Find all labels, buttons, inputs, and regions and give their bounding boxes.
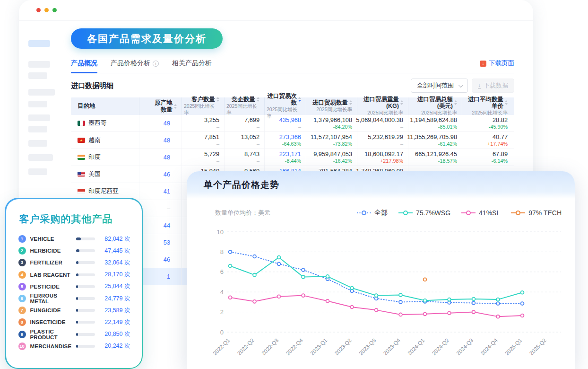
data-point[interactable]	[253, 255, 256, 258]
sort-carets-icon[interactable]	[216, 97, 219, 102]
sort-carets-icon[interactable]	[454, 100, 457, 105]
sort-carets-icon[interactable]	[174, 104, 177, 109]
data-point[interactable]	[229, 264, 232, 268]
close-window-icon[interactable]	[36, 8, 41, 12]
time-range-select[interactable]: 全部时间范围	[411, 79, 468, 93]
data-point[interactable]	[253, 300, 256, 303]
cell-value: 1,379,966,108	[313, 116, 352, 124]
legend-label: 41%SL	[479, 209, 500, 217]
origin-count-value[interactable]: 44	[164, 222, 170, 229]
data-point[interactable]	[302, 268, 305, 272]
sort-carets-icon[interactable]	[257, 97, 259, 102]
data-point[interactable]	[229, 250, 232, 254]
data-cell: 8,743–	[225, 149, 265, 166]
data-point[interactable]	[424, 278, 427, 281]
data-point[interactable]	[326, 299, 329, 303]
data-cell: 1,379,966,108-84.20%	[306, 115, 357, 132]
data-point[interactable]	[375, 294, 378, 297]
product-list-item[interactable]: 7FUNGICIDE23,589 次	[18, 305, 130, 316]
column-label: 进口贸易总额(美元)	[410, 96, 453, 110]
data-point[interactable]	[472, 310, 476, 314]
column-header-6[interactable]: 进口贸易数量2025同比增长率	[306, 97, 357, 115]
product-list-item[interactable]: 5PESTICIDE25,044 次	[18, 281, 130, 292]
data-point[interactable]	[521, 291, 524, 294]
column-header-9[interactable]: 进口平均数量单价2025同比增长率	[462, 97, 512, 115]
info-icon[interactable]: i	[153, 61, 159, 67]
data-point[interactable]	[399, 300, 402, 304]
data-point[interactable]	[350, 286, 354, 290]
column-header-2[interactable]: 原产地 数量	[139, 97, 182, 115]
data-point[interactable]	[302, 275, 305, 279]
trade-count-link[interactable]: 435,968	[279, 116, 301, 124]
origin-count-value[interactable]: 46	[164, 171, 170, 178]
data-point[interactable]	[424, 312, 427, 316]
sort-carets-icon[interactable]	[505, 100, 508, 105]
tab-2[interactable]: 产品价格分析i	[111, 59, 159, 68]
product-list-item[interactable]: 8INSECTICIDE22,149 次	[18, 316, 130, 328]
data-point[interactable]	[326, 275, 329, 278]
legend-item[interactable]: 75.7%WSG	[398, 209, 450, 217]
other-products-inner: 客户采购的其他产品 1VEHICLE82,042 次2HERBICIDE47,4…	[6, 199, 142, 368]
product-list-item[interactable]: 4LAB REAGENT28,170 次	[18, 269, 130, 281]
tab-1[interactable]: 产品概况	[71, 59, 97, 68]
y-axis-tick-label: 8	[220, 248, 224, 255]
data-point[interactable]	[399, 293, 402, 297]
data-point[interactable]	[472, 298, 476, 301]
data-point[interactable]	[375, 308, 378, 312]
origin-count-value[interactable]: 53	[164, 239, 170, 246]
other-products-list: 1VEHICLE82,042 次2HERBICIDE47,445 次3FERTI…	[18, 233, 130, 352]
product-list-item[interactable]: 9PLASTIC PRODUCT20,850 次	[18, 328, 130, 340]
data-point[interactable]	[277, 262, 281, 265]
data-point[interactable]	[448, 298, 451, 301]
trade-count-link[interactable]: 273,366	[279, 133, 301, 141]
origin-count-value[interactable]: 1	[167, 273, 170, 280]
tab-bar: 产品概况产品价格分析i相关产品分析↓下载页面	[71, 59, 514, 73]
table-row: 墨西哥493,255–7,699–435,968–1,379,966,108-8…	[71, 115, 514, 132]
product-list-item[interactable]: 2HERBICIDE47,445 次	[18, 245, 130, 257]
data-point[interactable]	[496, 315, 500, 318]
data-point[interactable]	[521, 302, 524, 305]
origin-count-value[interactable]: 48	[164, 154, 170, 161]
product-list-item[interactable]: 3FERTILIZER32,064 次	[18, 257, 130, 269]
data-point[interactable]	[496, 298, 500, 301]
sort-carets-icon[interactable]	[298, 97, 301, 102]
data-point[interactable]	[302, 294, 305, 297]
data-point[interactable]	[229, 296, 232, 299]
data-point[interactable]	[521, 314, 524, 317]
tab-3[interactable]: 相关产品分析	[172, 59, 212, 68]
origin-count-value[interactable]: 41	[164, 188, 170, 195]
destination-name: 印度尼西亚	[88, 187, 119, 195]
origin-count-value[interactable]: 48	[164, 137, 170, 144]
column-header-8[interactable]: 进口贸易总额(美元)2025同比增长率	[408, 97, 462, 115]
data-point[interactable]	[448, 311, 451, 315]
data-point[interactable]	[277, 256, 281, 259]
product-list-item[interactable]: 10MERCHANDISE20,242 次	[18, 340, 130, 352]
minimize-window-icon[interactable]	[44, 8, 49, 12]
download-page-button[interactable]: ↓下载页面	[480, 59, 514, 68]
data-point[interactable]	[253, 273, 256, 277]
data-point[interactable]	[424, 299, 427, 302]
column-header-5[interactable]: 进口贸易次数2025同比增长率	[265, 97, 306, 115]
mini-progress-bar	[76, 345, 95, 348]
product-list-item[interactable]: 6FERROUS METAL24,779 次	[18, 292, 130, 304]
legend-item[interactable]: 97% TECH	[510, 209, 562, 217]
legend-item[interactable]: 全部	[356, 209, 388, 217]
legend-item[interactable]: 41%SL	[461, 209, 500, 217]
product-list-item[interactable]: 1VEHICLE82,042 次	[18, 233, 130, 245]
data-point[interactable]	[472, 301, 476, 305]
download-data-button[interactable]: ↓ 下载数据	[472, 79, 514, 93]
origin-count-value[interactable]: 49	[164, 120, 170, 127]
maximize-window-icon[interactable]	[52, 8, 57, 12]
trade-count-link[interactable]: 223,171	[279, 150, 301, 158]
data-point[interactable]	[350, 306, 354, 309]
data-point[interactable]	[399, 313, 402, 316]
data-point[interactable]	[496, 302, 500, 305]
data-point[interactable]	[277, 295, 281, 298]
column-header-4[interactable]: 竞企数量2025同比增长率	[225, 97, 265, 115]
column-header-3[interactable]: 客户数量2025同比增长率	[182, 97, 225, 115]
column-header-7[interactable]: 进口贸易重量(KG)2025同比增长率	[357, 97, 408, 115]
sort-carets-icon[interactable]	[400, 100, 403, 105]
origin-count-value[interactable]: 46	[164, 256, 170, 263]
sort-carets-icon[interactable]	[349, 100, 352, 105]
origin-count-cell: 46	[139, 166, 182, 183]
